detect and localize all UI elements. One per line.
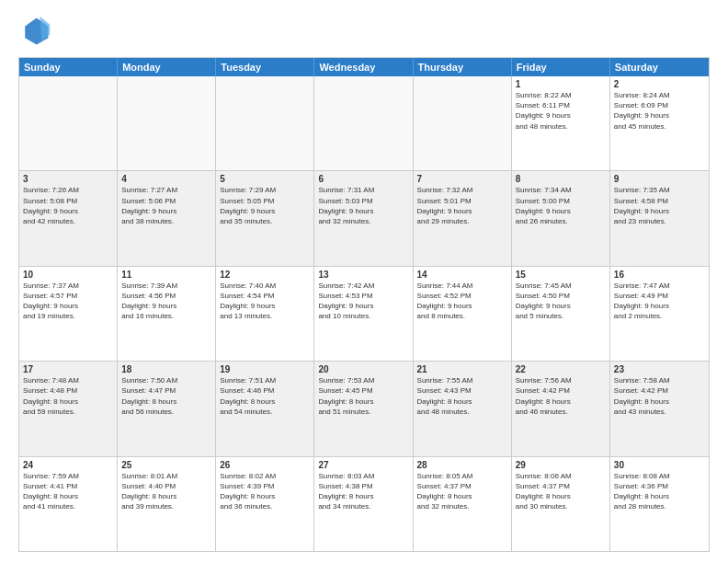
calendar-cell: 25Sunrise: 8:01 AM Sunset: 4:40 PM Dayli… [118,457,216,551]
day-info: Sunrise: 7:26 AM Sunset: 5:08 PM Dayligh… [23,185,113,226]
header [18,15,710,48]
calendar-cell: 7Sunrise: 7:32 AM Sunset: 5:01 PM Daylig… [414,171,512,265]
weekday-header: Sunday [19,58,118,76]
day-info: Sunrise: 8:03 AM Sunset: 4:38 PM Dayligh… [318,471,408,512]
day-number: 25 [121,460,211,470]
calendar-cell: 22Sunrise: 7:56 AM Sunset: 4:42 PM Dayli… [512,362,610,455]
day-number: 30 [614,460,705,470]
calendar-cell: 5Sunrise: 7:29 AM Sunset: 5:05 PM Daylig… [216,171,314,265]
calendar-cell: 11Sunrise: 7:39 AM Sunset: 4:56 PM Dayli… [118,267,216,361]
day-number: 16 [614,270,705,280]
day-info: Sunrise: 7:40 AM Sunset: 4:54 PM Dayligh… [220,281,310,322]
calendar-cell: 15Sunrise: 7:45 AM Sunset: 4:50 PM Dayli… [512,267,610,361]
page: SundayMondayTuesdayWednesdayThursdayFrid… [0,0,728,563]
calendar-cell: 20Sunrise: 7:53 AM Sunset: 4:45 PM Dayli… [314,362,413,455]
day-info: Sunrise: 7:34 AM Sunset: 5:00 PM Dayligh… [516,185,606,226]
calendar-row: 10Sunrise: 7:37 AM Sunset: 4:57 PM Dayli… [19,267,709,362]
calendar-cell [19,76,118,170]
day-info: Sunrise: 7:27 AM Sunset: 5:06 PM Dayligh… [121,185,211,226]
day-info: Sunrise: 8:22 AM Sunset: 6:11 PM Dayligh… [516,90,606,132]
day-info: Sunrise: 7:50 AM Sunset: 4:47 PM Dayligh… [121,375,211,417]
day-number: 15 [516,270,606,280]
day-number: 13 [318,270,408,280]
day-number: 27 [318,460,408,470]
day-info: Sunrise: 7:45 AM Sunset: 4:50 PM Dayligh… [516,281,606,322]
day-number: 3 [23,174,113,184]
day-info: Sunrise: 7:53 AM Sunset: 4:45 PM Dayligh… [318,375,408,417]
calendar-cell: 28Sunrise: 8:05 AM Sunset: 4:37 PM Dayli… [414,457,512,551]
calendar-cell: 23Sunrise: 7:58 AM Sunset: 4:42 PM Dayli… [610,362,709,455]
day-number: 8 [516,174,606,184]
calendar-cell: 16Sunrise: 7:47 AM Sunset: 4:49 PM Dayli… [610,267,709,361]
day-info: Sunrise: 8:01 AM Sunset: 4:40 PM Dayligh… [121,471,211,512]
day-number: 11 [121,270,211,280]
calendar-row: 3Sunrise: 7:26 AM Sunset: 5:08 PM Daylig… [19,171,709,266]
day-number: 1 [516,79,606,89]
day-number: 26 [220,460,310,470]
day-info: Sunrise: 8:02 AM Sunset: 4:39 PM Dayligh… [220,471,310,512]
weekday-header: Saturday [610,58,709,76]
day-number: 22 [516,364,606,374]
calendar-cell: 9Sunrise: 7:35 AM Sunset: 4:58 PM Daylig… [610,171,709,265]
calendar-cell: 10Sunrise: 7:37 AM Sunset: 4:57 PM Dayli… [19,267,118,361]
day-number: 18 [121,364,211,374]
day-info: Sunrise: 7:39 AM Sunset: 4:56 PM Dayligh… [121,281,211,322]
day-number: 5 [220,174,310,184]
weekday-header: Monday [118,58,216,76]
calendar-cell: 2Sunrise: 8:24 AM Sunset: 6:09 PM Daylig… [610,76,709,170]
calendar-row: 17Sunrise: 7:48 AM Sunset: 4:48 PM Dayli… [19,362,709,456]
day-info: Sunrise: 7:58 AM Sunset: 4:42 PM Dayligh… [614,375,705,417]
calendar-cell: 18Sunrise: 7:50 AM Sunset: 4:47 PM Dayli… [118,362,216,455]
svg-marker-1 [40,17,50,41]
calendar-cell: 6Sunrise: 7:31 AM Sunset: 5:03 PM Daylig… [314,171,413,265]
day-number: 12 [220,270,310,280]
day-number: 4 [121,174,211,184]
day-info: Sunrise: 7:29 AM Sunset: 5:05 PM Dayligh… [220,185,310,226]
day-number: 24 [23,460,113,470]
calendar-header: SundayMondayTuesdayWednesdayThursdayFrid… [19,58,709,76]
day-info: Sunrise: 7:44 AM Sunset: 4:52 PM Dayligh… [417,281,507,322]
day-number: 17 [23,364,113,374]
day-number: 10 [23,270,113,280]
calendar-cell [118,76,216,170]
calendar-cell: 1Sunrise: 8:22 AM Sunset: 6:11 PM Daylig… [512,76,610,170]
calendar-cell: 17Sunrise: 7:48 AM Sunset: 4:48 PM Dayli… [19,362,118,455]
day-number: 6 [318,174,408,184]
day-number: 29 [516,460,606,470]
calendar-cell: 8Sunrise: 7:34 AM Sunset: 5:00 PM Daylig… [512,171,610,265]
calendar-row: 24Sunrise: 7:59 AM Sunset: 4:41 PM Dayli… [19,457,709,551]
calendar-cell: 14Sunrise: 7:44 AM Sunset: 4:52 PM Dayli… [414,267,512,361]
day-info: Sunrise: 7:56 AM Sunset: 4:42 PM Dayligh… [516,375,606,417]
day-info: Sunrise: 8:24 AM Sunset: 6:09 PM Dayligh… [614,90,705,132]
weekday-header: Friday [512,58,610,76]
calendar-cell: 21Sunrise: 7:55 AM Sunset: 4:43 PM Dayli… [414,362,512,455]
calendar-body: 1Sunrise: 8:22 AM Sunset: 6:11 PM Daylig… [19,76,709,551]
day-number: 20 [318,364,408,374]
calendar-cell: 4Sunrise: 7:27 AM Sunset: 5:06 PM Daylig… [118,171,216,265]
calendar-cell: 24Sunrise: 7:59 AM Sunset: 4:41 PM Dayli… [19,457,118,551]
day-info: Sunrise: 7:42 AM Sunset: 4:53 PM Dayligh… [318,281,408,322]
day-info: Sunrise: 7:51 AM Sunset: 4:46 PM Dayligh… [220,375,310,417]
day-number: 2 [614,79,705,89]
calendar-row: 1Sunrise: 8:22 AM Sunset: 6:11 PM Daylig… [19,76,709,171]
day-info: Sunrise: 8:08 AM Sunset: 4:36 PM Dayligh… [614,471,705,512]
day-info: Sunrise: 7:59 AM Sunset: 4:41 PM Dayligh… [23,471,113,512]
calendar-cell: 3Sunrise: 7:26 AM Sunset: 5:08 PM Daylig… [19,171,118,265]
day-info: Sunrise: 8:06 AM Sunset: 4:37 PM Dayligh… [516,471,606,512]
weekday-header: Wednesday [314,58,413,76]
calendar-cell [216,76,314,170]
weekday-header: Tuesday [216,58,314,76]
calendar-cell: 12Sunrise: 7:40 AM Sunset: 4:54 PM Dayli… [216,267,314,361]
day-info: Sunrise: 7:35 AM Sunset: 4:58 PM Dayligh… [614,185,705,226]
logo [18,15,57,48]
day-number: 19 [220,364,310,374]
calendar-cell: 13Sunrise: 7:42 AM Sunset: 4:53 PM Dayli… [314,267,413,361]
day-info: Sunrise: 7:47 AM Sunset: 4:49 PM Dayligh… [614,281,705,322]
day-number: 7 [417,174,507,184]
day-info: Sunrise: 7:55 AM Sunset: 4:43 PM Dayligh… [417,375,507,417]
day-number: 14 [417,270,507,280]
calendar-cell: 27Sunrise: 8:03 AM Sunset: 4:38 PM Dayli… [314,457,413,551]
calendar-cell: 26Sunrise: 8:02 AM Sunset: 4:39 PM Dayli… [216,457,314,551]
day-number: 28 [417,460,507,470]
calendar-cell [314,76,413,170]
